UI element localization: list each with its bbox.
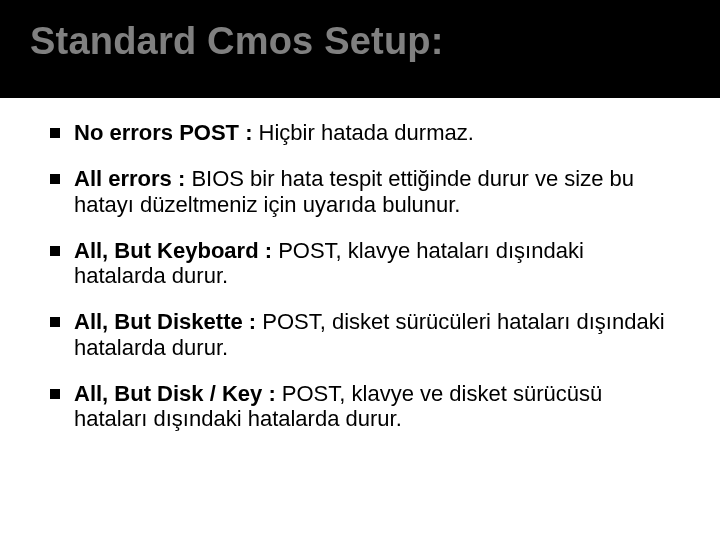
bullet-icon — [50, 246, 60, 256]
bullet-rest: Hiçbir hatada durmaz. — [252, 120, 473, 145]
bullet-lead: All, But Disk / Key : — [74, 381, 276, 406]
bullet-lead: All errors : — [74, 166, 185, 191]
bullet-icon — [50, 128, 60, 138]
list-item: All, But Diskette : POST, disket sürücül… — [50, 309, 680, 360]
content-area: No errors POST : Hiçbir hatada durmaz. A… — [50, 120, 680, 453]
bullet-text: All, But Disk / Key : POST, klavye ve di… — [74, 381, 680, 432]
bullet-lead: No errors POST : — [74, 120, 252, 145]
bullet-lead: All, But Diskette : — [74, 309, 256, 334]
bullet-text: All, But Diskette : POST, disket sürücül… — [74, 309, 680, 360]
slide-title: Standard Cmos Setup: — [30, 20, 444, 63]
bullet-text: All errors : BIOS bir hata tespit ettiği… — [74, 166, 680, 217]
list-item: All errors : BIOS bir hata tespit ettiği… — [50, 166, 680, 217]
list-item: All, But Disk / Key : POST, klavye ve di… — [50, 381, 680, 432]
list-item: All, But Keyboard : POST, klavye hatalar… — [50, 238, 680, 289]
bullet-text: No errors POST : Hiçbir hatada durmaz. — [74, 120, 680, 145]
bullet-icon — [50, 317, 60, 327]
bullet-lead: All, But Keyboard : — [74, 238, 272, 263]
bullet-text: All, But Keyboard : POST, klavye hatalar… — [74, 238, 680, 289]
title-band: Standard Cmos Setup: — [0, 0, 720, 98]
bullet-icon — [50, 174, 60, 184]
bullet-icon — [50, 389, 60, 399]
slide: Standard Cmos Setup: No errors POST : Hi… — [0, 0, 720, 540]
list-item: No errors POST : Hiçbir hatada durmaz. — [50, 120, 680, 145]
